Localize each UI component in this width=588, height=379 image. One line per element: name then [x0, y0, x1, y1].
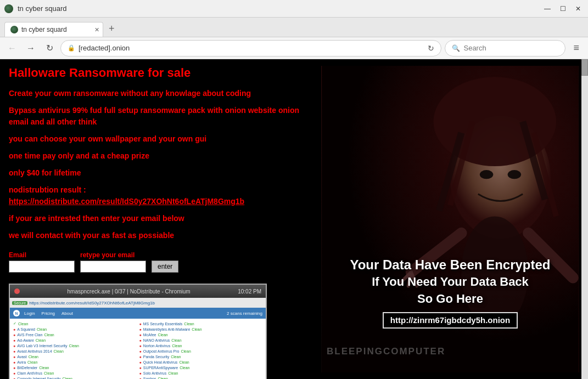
forward-button[interactable]: →	[23, 41, 38, 56]
scan-result-item: ● MS Security Essentials Clean	[138, 321, 264, 326]
search-icon: 🔍	[452, 44, 460, 52]
maximize-button[interactable]: ☐	[557, 3, 568, 14]
scan-result-item: ● Comodo Internet Security Clean	[12, 376, 138, 379]
av-name: MS Security Essentials	[143, 322, 183, 326]
av-name: Comodo Internet Security	[17, 377, 60, 379]
av-status: Clean	[36, 338, 46, 342]
av-name: SUPERAntiSpyware	[143, 366, 178, 370]
nav-pricing: Pricing	[40, 310, 57, 316]
body-line-7: if your are intrested then enter your em…	[9, 213, 316, 224]
main-title: Halloware Ransomware for sale	[9, 66, 316, 80]
body-line-1: Create your owm ransomware without any k…	[9, 88, 316, 99]
scrollbar-thumb[interactable]	[581, 59, 588, 76]
svg-point-8	[508, 170, 521, 179]
av-icon: ●	[139, 377, 142, 379]
av-name: Quick Heal Antivirus	[143, 360, 178, 364]
ransomware-image-panel: Your Data Have Been Encrypted If You Nee…	[321, 66, 579, 372]
left-content: Halloware Ransomware for sale Create you…	[9, 66, 321, 372]
encrypted-line3: So Go Here	[321, 291, 579, 308]
av-icon: ●	[13, 333, 15, 337]
tab-close-button[interactable]: ✕	[94, 26, 99, 33]
av-status: Clean	[171, 355, 181, 359]
menu-button[interactable]: ≡	[569, 40, 584, 56]
av-name: Malwarebytes Anti-Malware	[143, 327, 191, 331]
window-titlebar: tn cyber squard — ☐ ✕	[0, 0, 588, 18]
av-name: Outpost Antivirus Pro	[143, 349, 180, 353]
av-name: Panda Security	[143, 355, 169, 359]
nav-login: Login	[22, 310, 37, 316]
back-button[interactable]: ←	[4, 41, 20, 56]
scan-result-item: ● SUPERAntiSpyware Clean	[138, 365, 264, 370]
nodistrubtion-label: nodistrubtion result :	[9, 185, 86, 194]
search-bar[interactable]: 🔍	[445, 40, 565, 56]
enter-button[interactable]: enter	[152, 261, 178, 273]
scan-result-item: ● AVG Lab V3 Internet Security Clean	[12, 343, 138, 348]
encrypted-line1: Your Data Have Been Encrypted	[321, 256, 579, 274]
search-input[interactable]	[463, 44, 558, 52]
av-icon: ●	[13, 327, 15, 331]
av-icon: ●	[139, 349, 142, 353]
form-row: Email retype your email enter	[9, 251, 316, 273]
reload-icon[interactable]: ↻	[428, 44, 434, 53]
av-name: Avira	[17, 360, 26, 364]
av-status: Clean	[180, 366, 189, 370]
onion-url-box: http://zinrm67igbdcdy5h.onion	[383, 312, 518, 329]
nodistrubtion-link[interactable]: https://nodistribute.com/result/IdS0y27X…	[9, 197, 244, 206]
bleepingcomputer-watermark: BLEEPINGCOMPUTER	[327, 346, 445, 357]
av-name: Avast	[17, 355, 26, 359]
av-status: Clean	[158, 377, 167, 379]
email-label: Email	[9, 251, 75, 259]
screenshot-title: hmaspncreck.axe | 0/37 | NoDistribute - …	[23, 289, 234, 295]
scrollbar-track[interactable]	[581, 59, 588, 379]
av-status: Clean	[192, 327, 201, 331]
retype-email-input[interactable]	[80, 261, 146, 273]
av-status: Clean	[63, 377, 72, 379]
body-line-5: only $40 for lifetime	[9, 167, 316, 179]
onion-url-text: http://zinrm67igbdcdy5h.onion	[390, 315, 510, 325]
av-icon: ●	[13, 344, 15, 348]
retype-label: retype your email	[80, 251, 146, 259]
av-name: Ad-Aware	[17, 338, 34, 342]
av-icon: ●	[139, 333, 142, 337]
av-status: Clean	[44, 371, 54, 375]
close-button[interactable]: ✕	[573, 3, 584, 14]
email-field-group: Email	[9, 251, 75, 273]
screenshot-url: https://nodistribute.com/result/IdS0y27X…	[29, 301, 155, 306]
scan-result-item: ● McAfee Clean	[138, 332, 264, 337]
av-status: Clean	[171, 338, 181, 342]
av-icon: ●	[13, 360, 15, 364]
window-title: tn cyber squard	[18, 4, 67, 13]
av-status: Clean	[184, 322, 194, 326]
nodistribute-screenshot: hmaspncreck.axe | 0/37 | NoDistribute - …	[9, 284, 267, 379]
browser-toolbar: ← → ↻ 🔒 [redacted].onion ↻ 🔍 ≡	[0, 37, 588, 59]
scan-result-item: ● A Squared Clean	[12, 327, 138, 332]
address-bar[interactable]: 🔒 [redacted].onion ↻	[60, 40, 441, 56]
scan-result-item: ● Avira Clean	[12, 360, 138, 365]
scan-result-item: ● Avast Antivirus 2014 Clean	[12, 349, 138, 354]
browser-tab[interactable]: tn cyber squard ✕	[4, 22, 103, 37]
av-name: Avast Antivirus 2014	[17, 349, 52, 353]
minimize-button[interactable]: —	[542, 3, 553, 14]
av-icon: ●	[13, 377, 15, 379]
av-name: Clam AntiVirus	[17, 371, 42, 375]
body-line-3: you can choose your own wallpaper and yo…	[9, 133, 316, 145]
email-form: Email retype your email enter	[9, 251, 316, 273]
scan-result-item: ● Avast Clean	[12, 354, 138, 359]
screenshot-addressbar: Secure https://nodistribute.com/result/I…	[10, 298, 266, 308]
retype-field-group: retype your email	[80, 251, 146, 273]
scan-result-item: ● Quick Heal Antivirus Clean	[138, 360, 264, 365]
scan-result-item: ● Ad-Aware Clean	[12, 338, 138, 343]
app-icon	[4, 4, 13, 13]
email-input[interactable]	[9, 261, 75, 273]
new-tab-button[interactable]: +	[103, 20, 120, 37]
body-line-4: one time pay only and at a cheap prize	[9, 150, 316, 162]
clean-icon: ✓	[13, 321, 16, 326]
av-status: Clean	[179, 360, 189, 364]
reload-button[interactable]: ↻	[42, 41, 57, 56]
clean-label: Clean	[18, 322, 28, 326]
scan-result-item: ● Panda Security Clean	[138, 354, 264, 359]
scan-result-item: ● BitDefender Clean	[12, 365, 138, 370]
av-status: Clean	[39, 366, 49, 370]
scan-result-item: ● AVS Free Clan Clean	[12, 332, 138, 337]
av-name: NANO Antivirus	[143, 338, 170, 342]
